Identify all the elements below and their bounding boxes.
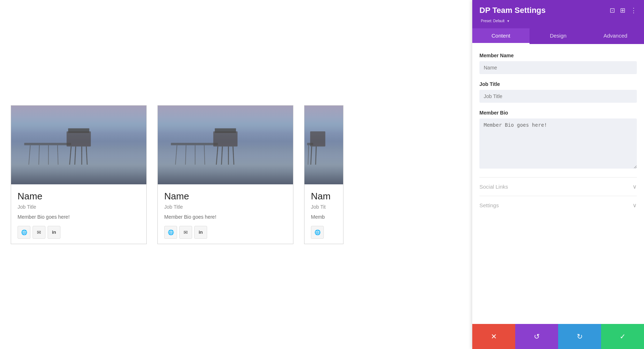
social-links-title: Social Links [479,184,508,190]
resize-icon[interactable]: ⊡ [610,6,615,14]
settings-panel: DP Team Settings ⊡ ⊞ ⋮ Preset: Default ▾… [472,0,644,349]
social-links-chevron: ∨ [633,183,637,190]
social-web-btn-3[interactable]: 🌐 [311,226,324,239]
member-bio-label: Member Bio [479,110,637,116]
tab-advanced[interactable]: Advanced [587,28,644,44]
member-bio-textarea[interactable]: Member Bio goes here! [479,118,637,169]
svg-line-10 [58,145,58,164]
svg-line-2 [70,146,71,165]
card-name-2: Name [164,191,287,202]
svg-rect-15 [215,128,236,133]
social-links-section: Social Links ∨ [479,177,637,196]
panel-tabs: Content Design Advanced [472,28,644,44]
svg-line-17 [221,146,223,165]
panel-title: DP Team Settings [479,6,546,15]
settings-chevron: ∨ [633,202,637,209]
team-card-3: Nam Job Tit Memb 🌐 [304,105,343,244]
svg-line-29 [316,146,316,165]
card-social-1: 🌐 ✉ in [18,226,140,239]
card-body-3: Nam Job Tit Memb 🌐 [304,184,343,244]
team-card-1: Name Job Title Member Bio goes here! 🌐 ✉… [11,105,147,244]
panel-body: Member Name Job Title Member Bio Member … [472,44,644,324]
svg-rect-30 [307,143,313,145]
pier-svg-3 [304,125,343,165]
team-card-2: Name Job Title Member Bio goes here! 🌐 ✉… [157,105,293,244]
settings-section: Settings ∨ [479,196,637,214]
card-body-2: Name Job Title Member Bio goes here! 🌐 ✉… [158,184,293,244]
panel-header: DP Team Settings ⊡ ⊞ ⋮ Preset: Default ▾ [472,0,644,28]
cancel-button[interactable]: ✕ [472,324,515,349]
card-name-3: Nam [311,191,337,202]
settings-title: Settings [479,202,499,208]
pier-svg-1 [11,125,146,165]
svg-line-8 [39,145,39,164]
save-button[interactable]: ✓ [601,324,644,349]
job-title-input[interactable] [479,90,637,103]
more-icon[interactable]: ⋮ [630,6,637,14]
member-name-input[interactable] [479,61,637,74]
card-job-title-1: Job Title [18,204,140,210]
card-job-title-2: Job Title [164,204,287,210]
job-title-label: Job Title [479,81,637,87]
svg-line-21 [175,145,177,164]
svg-line-5 [86,146,87,165]
social-web-btn-2[interactable]: 🌐 [164,226,177,239]
panel-preset[interactable]: Preset: Default ▾ [479,18,637,23]
card-job-title-3: Job Tit [311,204,337,210]
card-image-2 [158,106,293,184]
svg-line-16 [216,146,218,165]
panel-header-icons: ⊡ ⊞ ⋮ [610,6,637,14]
svg-line-22 [185,145,186,164]
social-web-btn-1[interactable]: 🌐 [18,226,30,239]
tab-design[interactable]: Design [530,28,587,44]
card-image-3 [304,106,343,184]
settings-header[interactable]: Settings ∨ [479,202,637,209]
layout-icon[interactable]: ⊞ [620,6,625,14]
tab-content[interactable]: Content [472,28,530,44]
canvas-area: Name Job Title Member Bio goes here! 🌐 ✉… [0,0,472,349]
social-email-btn-1[interactable]: ✉ [33,226,45,239]
svg-line-24 [204,145,205,164]
card-bio-2: Member Bio goes here! [164,213,287,221]
card-body-1: Name Job Title Member Bio goes here! 🌐 ✉… [11,184,146,244]
member-name-label: Member Name [479,53,637,58]
svg-line-7 [29,145,30,164]
card-social-2: 🌐 ✉ in [164,226,287,239]
social-email-btn-2[interactable]: ✉ [179,226,192,239]
svg-line-3 [75,146,76,165]
card-social-3: 🌐 [311,226,337,239]
member-name-group: Member Name [479,53,637,74]
member-bio-group: Member Bio Member Bio goes here! [479,110,637,170]
panel-actions: ✕ ↺ ↻ ✓ [472,324,644,349]
undo-button[interactable]: ↺ [515,324,558,349]
redo-button[interactable]: ↻ [558,324,601,349]
card-bio-1: Member Bio goes here! [18,213,140,221]
svg-rect-6 [24,143,71,145]
svg-line-31 [308,145,309,164]
social-linkedin-btn-1[interactable]: in [48,226,60,239]
svg-line-28 [311,146,312,165]
preset-label: Preset: Default [481,19,504,23]
social-links-header[interactable]: Social Links ∨ [479,183,637,190]
preset-arrow: ▾ [507,19,509,23]
svg-rect-1 [68,128,89,133]
social-linkedin-btn-2[interactable]: in [194,226,207,239]
svg-line-19 [233,146,234,165]
job-title-group: Job Title [479,81,637,103]
svg-rect-20 [171,143,218,145]
pier-svg-2 [158,125,293,165]
card-name-1: Name [18,191,140,202]
card-bio-3: Memb [311,213,337,221]
card-image-1 [11,106,146,184]
panel-title-row: DP Team Settings ⊡ ⊞ ⋮ [479,6,637,15]
